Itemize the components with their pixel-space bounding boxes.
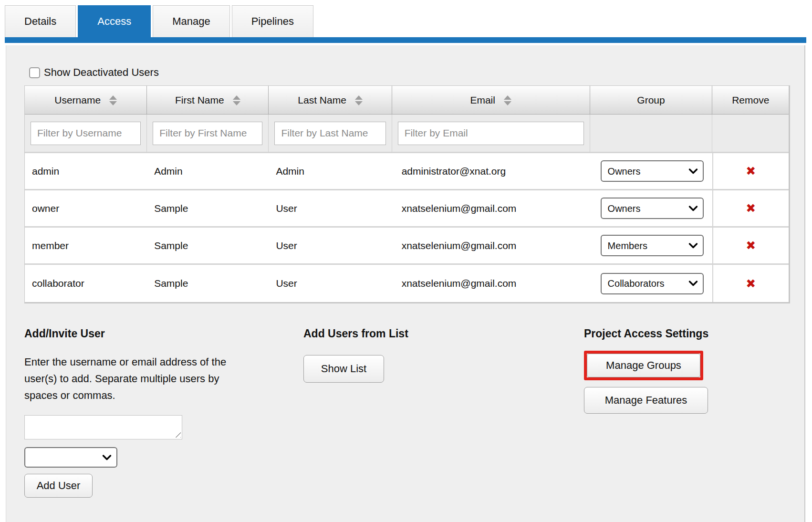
bottom-sections: Add/Invite User Enter the username or em… <box>24 327 804 498</box>
remove-user-icon[interactable]: ✖ <box>746 277 756 291</box>
group-cell: Owners <box>590 153 713 190</box>
sort-icon <box>233 95 240 105</box>
show-deactivated-checkbox[interactable] <box>29 67 40 78</box>
add-users-from-list-section: Add Users from List Show List <box>303 327 584 498</box>
remove-user-icon[interactable]: ✖ <box>746 164 756 178</box>
remove-cell: ✖ <box>712 228 789 265</box>
tab-bar: Details Access Manage Pipelines <box>5 5 315 37</box>
sort-icon <box>109 95 117 105</box>
group-select[interactable]: Collaborators <box>601 273 704 294</box>
username-cell: collaborator <box>25 265 147 302</box>
project-access-settings-heading: Project Access Settings <box>584 327 794 340</box>
filter-empty-remove-cell <box>712 115 789 153</box>
column-header-group: Group <box>590 86 713 115</box>
column-header-remove: Remove <box>712 86 789 115</box>
filter-first-name-input[interactable] <box>153 122 262 145</box>
column-header-label: Last Name <box>298 94 346 105</box>
column-header-label: Email <box>470 94 495 105</box>
tab-manage[interactable]: Manage <box>153 5 230 37</box>
active-tab-underline <box>5 37 806 43</box>
remove-user-icon[interactable]: ✖ <box>746 239 756 252</box>
remove-cell: ✖ <box>712 153 789 190</box>
red-highlight-annotation: Manage Groups <box>584 351 703 380</box>
add-invite-user-description: Enter the username or email address of t… <box>24 354 239 404</box>
tab-access[interactable]: Access <box>78 5 151 37</box>
sort-icon <box>355 95 363 105</box>
manage-groups-button[interactable]: Manage Groups <box>587 354 700 377</box>
project-users-table: Username First Name Last Name Email Grou… <box>24 85 790 303</box>
table-filter-row <box>25 115 789 153</box>
remove-user-icon[interactable]: ✖ <box>746 201 756 215</box>
column-header-label: First Name <box>175 94 224 105</box>
tab-details[interactable]: Details <box>5 5 76 37</box>
user-row: collaborator Sample User xnatselenium@gm… <box>25 265 789 302</box>
add-users-from-list-heading: Add Users from List <box>303 327 584 340</box>
group-cell: Collaborators <box>590 265 713 302</box>
project-access-settings-section: Project Access Settings Manage Groups Ma… <box>584 327 794 498</box>
column-header-email[interactable]: Email <box>392 86 590 115</box>
first-name-cell: Sample <box>147 265 269 302</box>
column-header-username[interactable]: Username <box>25 86 147 115</box>
show-list-button[interactable]: Show List <box>303 355 384 383</box>
filter-email-input[interactable] <box>398 122 584 145</box>
username-cell: admin <box>25 153 147 190</box>
first-name-cell: Sample <box>147 228 269 265</box>
table-header-row: Username First Name Last Name Email Grou… <box>25 86 789 115</box>
tab-pipelines[interactable]: Pipelines <box>232 5 313 37</box>
group-select[interactable]: Owners <box>601 160 704 182</box>
show-deactivated-label: Show Deactivated Users <box>44 66 159 79</box>
sort-icon <box>504 95 511 105</box>
first-name-cell: Sample <box>147 190 269 228</box>
user-row: owner Sample User xnatselenium@gmail.com… <box>25 190 789 228</box>
invite-users-textarea[interactable] <box>24 415 182 439</box>
column-header-last-name[interactable]: Last Name <box>269 86 392 115</box>
email-cell: xnatselenium@gmail.com <box>392 228 590 265</box>
invite-group-select[interactable] <box>24 447 117 468</box>
remove-cell: ✖ <box>712 190 789 228</box>
last-name-cell: User <box>269 190 392 228</box>
filter-username-input[interactable] <box>31 122 141 145</box>
add-user-button[interactable]: Add User <box>24 474 93 498</box>
email-cell: xnatselenium@gmail.com <box>392 190 590 228</box>
last-name-cell: User <box>269 265 392 302</box>
invite-users-textarea-wrap <box>24 415 182 439</box>
group-cell: Owners <box>590 190 713 228</box>
group-cell: Members <box>590 228 713 265</box>
column-header-label: Username <box>54 94 101 105</box>
user-row: admin Admin Admin administrator@xnat.org… <box>25 153 789 190</box>
last-name-cell: User <box>269 228 392 265</box>
username-cell: owner <box>25 190 147 228</box>
show-deactivated-row: Show Deactivated Users <box>24 66 804 79</box>
user-row: member Sample User xnatselenium@gmail.co… <box>25 228 789 265</box>
access-page: Details Access Manage Pipelines Show Dea… <box>0 0 812 522</box>
filter-empty-group-cell <box>590 115 713 153</box>
manage-features-button[interactable]: Manage Features <box>584 387 708 414</box>
remove-cell: ✖ <box>712 265 789 302</box>
column-header-first-name[interactable]: First Name <box>147 86 269 115</box>
add-invite-user-section: Add/Invite User Enter the username or em… <box>24 327 303 498</box>
email-cell: administrator@xnat.org <box>392 153 590 190</box>
column-header-label: Group <box>637 94 665 105</box>
first-name-cell: Admin <box>147 153 269 190</box>
email-cell: xnatselenium@gmail.com <box>392 265 590 302</box>
add-invite-user-heading: Add/Invite User <box>24 327 303 340</box>
username-cell: member <box>25 228 147 265</box>
last-name-cell: Admin <box>269 153 392 190</box>
group-select[interactable]: Owners <box>601 198 704 219</box>
group-select[interactable]: Members <box>601 235 704 256</box>
column-header-label: Remove <box>732 94 769 105</box>
filter-last-name-input[interactable] <box>274 122 385 145</box>
access-tab-panel: Show Deactivated Users Username First Na… <box>6 45 805 522</box>
